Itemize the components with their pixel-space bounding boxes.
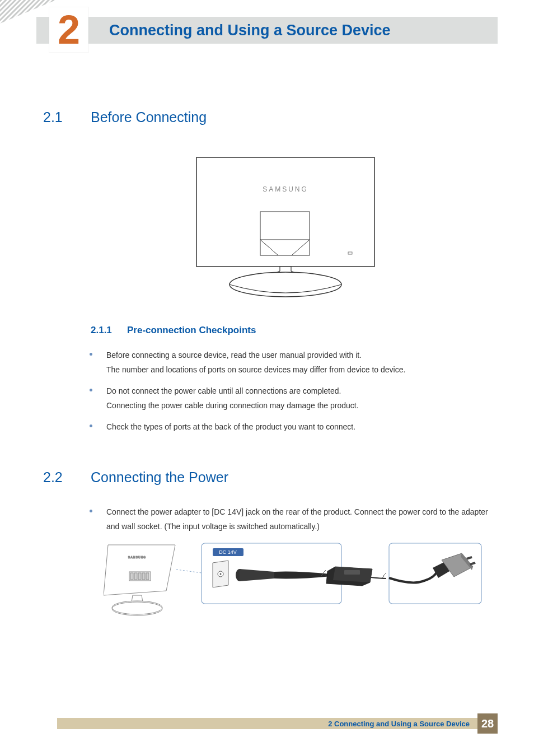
page: Connecting and Using a Source Device 2 2… — [0, 0, 534, 756]
page-number: 28 — [481, 717, 494, 730]
subsection-heading: 2.1.1 Pre-connection Checkpoints — [91, 325, 489, 336]
chapter-title: Connecting and Using a Source Device — [109, 22, 391, 39]
bullet-icon — [90, 424, 92, 427]
svg-rect-26 — [344, 570, 360, 575]
list-item: Do not connect the power cable until all… — [90, 384, 489, 413]
section-title: Before Connecting — [91, 109, 207, 125]
section-number: 2.2 — [43, 469, 91, 486]
monitor-figure: SAMSUNG — [196, 157, 375, 300]
svg-point-18 — [112, 601, 162, 614]
bullet-text: The number and locations of ports on sou… — [106, 365, 405, 374]
subsection-title: Pre-connection Checkpoints — [127, 325, 256, 336]
brand-text: SAMSUNG — [263, 185, 308, 193]
svg-rect-14 — [134, 573, 137, 580]
bullet-list-power: Connect the power adapter to [DC 14V] ja… — [90, 505, 489, 541]
bullet-icon — [90, 510, 92, 512]
chapter-header-bar: Connecting and Using a Source Device — [36, 17, 498, 44]
page-footer: 2 Connecting and Using a Source Device 2… — [57, 713, 498, 734]
chapter-number-box: 2 — [49, 7, 88, 52]
bullet-text: Before connecting a source device, read … — [106, 351, 362, 360]
power-diagram: SAMSUNG DC 14V — [104, 540, 484, 622]
bullet-text: Check the types of ports at the back of … — [106, 422, 355, 431]
svg-rect-17 — [146, 573, 149, 580]
page-number-box: 28 — [477, 713, 498, 734]
svg-rect-16 — [142, 573, 145, 580]
svg-rect-13 — [130, 573, 133, 580]
svg-point-24 — [220, 573, 222, 575]
list-item: Check the types of ports at the back of … — [90, 420, 489, 435]
dc-label: DC 14V — [219, 549, 237, 555]
bullet-text: Connect the power adapter to [DC 14V] ja… — [106, 507, 488, 531]
section-heading: 2.1 Before Connecting — [43, 109, 489, 125]
svg-rect-4 — [260, 212, 310, 255]
bullet-icon — [90, 353, 92, 356]
list-item: Before connecting a source device, read … — [90, 348, 489, 377]
svg-rect-15 — [138, 573, 141, 580]
chapter-number: 2 — [58, 10, 80, 50]
bullet-text: Connecting the power cable during connec… — [106, 401, 359, 410]
section-2-1: 2.1 Before Connecting — [43, 109, 489, 125]
bullet-list-checkpoints: Before connecting a source device, read … — [90, 348, 489, 441]
section-number: 2.1 — [43, 109, 91, 125]
section-2-2: 2.2 Connecting the Power — [43, 469, 489, 486]
bullet-icon — [90, 389, 92, 391]
svg-text:SAMSUNG: SAMSUNG — [128, 556, 146, 559]
list-item: Connect the power adapter to [DC 14V] ja… — [90, 505, 489, 534]
footer-chapter-label: 2 Connecting and Using a Source Device — [328, 720, 470, 728]
section-title: Connecting the Power — [91, 469, 228, 486]
subsection-2-1-1: 2.1.1 Pre-connection Checkpoints — [91, 325, 489, 336]
section-heading: 2.2 Connecting the Power — [43, 469, 489, 486]
bullet-text: Do not connect the power cable until all… — [106, 386, 341, 395]
subsection-number: 2.1.1 — [91, 325, 127, 336]
